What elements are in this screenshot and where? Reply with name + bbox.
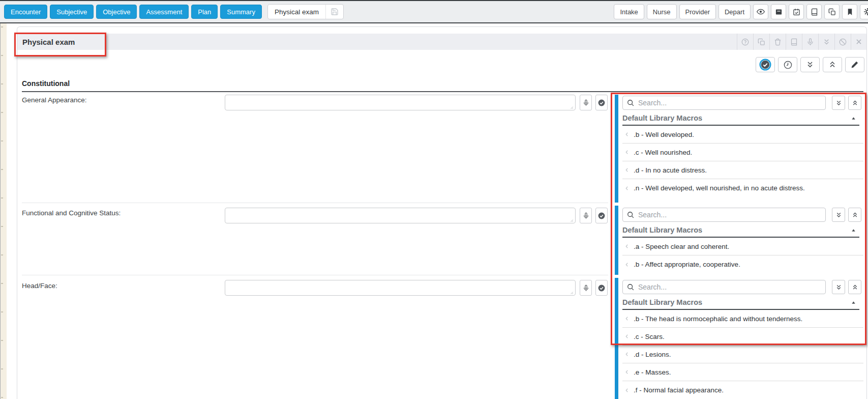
edit-button[interactable]: [845, 57, 864, 72]
eye-icon: [757, 8, 765, 16]
head-face-textarea[interactable]: [225, 280, 576, 296]
double-chevron-up-icon: [828, 61, 836, 69]
close-section-button[interactable]: [851, 34, 866, 50]
collapse-macros-button[interactable]: [848, 96, 861, 110]
tab-summary[interactable]: Summary: [220, 5, 262, 19]
resize-handle-icon[interactable]: [568, 217, 574, 222]
macro-group-header[interactable]: Default Library Macros: [622, 114, 859, 126]
resize-handle-icon[interactable]: [568, 290, 574, 295]
microphone-icon: [806, 38, 814, 46]
intake-button[interactable]: Intake: [614, 4, 644, 19]
macro-group-title: Default Library Macros: [622, 114, 702, 122]
macro-item[interactable]: .c - Well nourished.: [622, 144, 863, 161]
general-appearance-textarea[interactable]: [225, 95, 576, 110]
mark-normal-button[interactable]: [595, 208, 608, 223]
question-circle-icon: [741, 38, 749, 46]
collapse-macros-button[interactable]: [848, 208, 861, 222]
archive-icon: [775, 8, 783, 16]
row-divider: [22, 203, 608, 203]
macro-item[interactable]: .b - Well developed.: [622, 126, 863, 144]
page-title: Physical exam: [17, 38, 75, 46]
disable-section-button[interactable]: [834, 34, 851, 50]
tab-assessment[interactable]: Assessment: [139, 5, 189, 19]
macro-item[interactable]: .d - Lesions.: [622, 346, 863, 363]
archive-button[interactable]: [771, 4, 786, 19]
macro-item[interactable]: .a - Speech clear and coherent.: [622, 238, 863, 255]
mark-all-normal-button[interactable]: [756, 57, 775, 72]
macro-item[interactable]: .d - In no acute distress.: [622, 161, 863, 179]
macro-item-text: .a - Speech clear and coherent.: [634, 243, 729, 250]
expand-macros-button[interactable]: [832, 96, 845, 110]
chevron-left-icon: [624, 262, 630, 268]
dictate-field-button[interactable]: [580, 95, 592, 110]
close-icon: [855, 38, 862, 45]
schedule-button[interactable]: [789, 4, 804, 19]
resize-handle-icon[interactable]: [568, 104, 574, 109]
macro-panel-functional-cognitive: Default Library Macros .a - Speech clear…: [615, 206, 863, 275]
tab-encounter[interactable]: Encounter: [4, 5, 47, 19]
provider-button[interactable]: Provider: [679, 4, 716, 19]
ehr-physical-exam-screen: Encounter Subjective Objective Assessmen…: [0, 0, 868, 399]
copy-section-button[interactable]: [753, 34, 769, 50]
section-toolbar: [737, 34, 866, 50]
preview-button[interactable]: [753, 4, 768, 19]
macro-item[interactable]: .b - Affect appropriate, cooperative.: [622, 255, 863, 273]
macro-item[interactable]: .f - Normal facial appearance.: [622, 381, 863, 399]
nav-right-group: Intake Nurse Provider Depart: [614, 4, 868, 19]
collapse-section-button[interactable]: [818, 34, 834, 50]
triangle-up-icon: [851, 300, 859, 305]
macro-group-title: Default Library Macros: [622, 226, 702, 234]
macro-item-text: .d - Lesions.: [634, 351, 671, 358]
macro-item-text: .c - Well nourished.: [634, 149, 692, 156]
dictate-field-button[interactable]: [580, 280, 592, 296]
chart-book-button[interactable]: [806, 4, 822, 19]
double-chevron-down-icon: [835, 100, 842, 106]
functional-cognitive-textarea[interactable]: [225, 208, 576, 223]
chevron-left-icon: [624, 185, 630, 191]
group-heading-constitutional: Constitutional: [22, 79, 863, 92]
copy-forward-button[interactable]: [824, 4, 840, 19]
macro-group-header[interactable]: Default Library Macros: [622, 298, 859, 310]
macro-item[interactable]: .n - Well developed, well nourished, in …: [622, 179, 863, 197]
tab-subjective[interactable]: Subjective: [50, 5, 94, 19]
macro-search-input[interactable]: [623, 208, 825, 221]
tab-objective[interactable]: Objective: [96, 5, 137, 19]
expand-macros-button[interactable]: [832, 208, 845, 222]
macro-group-header[interactable]: Default Library Macros: [622, 226, 859, 238]
collapsed-sidebar-strip[interactable]: [0, 23, 7, 399]
save-button[interactable]: [325, 5, 343, 19]
macro-item[interactable]: .c - Scars.: [622, 328, 863, 346]
macro-item-text: .n - Well developed, well nourished, in …: [634, 184, 805, 192]
history-button[interactable]: [778, 57, 797, 72]
copy-icon: [758, 38, 765, 46]
settings-button[interactable]: [860, 4, 868, 19]
chevron-left-icon: [624, 316, 630, 322]
bookmark-button[interactable]: [842, 4, 857, 19]
help-button[interactable]: [737, 34, 753, 50]
row-label-general-appearance: General Appearance:: [22, 96, 87, 104]
collapse-macros-button[interactable]: [848, 280, 861, 294]
macro-item[interactable]: .b - The head is normocephalic and witho…: [622, 310, 863, 328]
tab-plan[interactable]: Plan: [191, 5, 218, 19]
mark-normal-button[interactable]: [595, 95, 608, 110]
chevron-left-icon: [624, 369, 630, 375]
dictate-section-button[interactable]: [802, 34, 818, 50]
check-circle-icon: [761, 60, 770, 69]
book-icon: [811, 8, 818, 16]
mark-normal-button[interactable]: [595, 280, 608, 296]
macro-item[interactable]: .e - Masses.: [622, 363, 863, 381]
expand-all-button[interactable]: [800, 57, 820, 72]
macro-item-text: .d - In no acute distress.: [634, 166, 707, 174]
dictate-field-button[interactable]: [580, 208, 592, 223]
delete-section-button[interactable]: [769, 34, 786, 50]
library-button[interactable]: [786, 34, 802, 50]
depart-button[interactable]: Depart: [719, 4, 751, 19]
macro-panel-head-face: Default Library Macros .b - The head is …: [615, 278, 863, 399]
expand-macros-button[interactable]: [832, 280, 845, 294]
tab-physical-exam-active[interactable]: Physical exam: [268, 5, 325, 19]
exam-action-buttons: [756, 57, 864, 72]
macro-search-input[interactable]: [623, 280, 825, 294]
macro-search-input[interactable]: [623, 96, 825, 109]
nurse-button[interactable]: Nurse: [647, 4, 677, 19]
collapse-all-button[interactable]: [823, 57, 842, 72]
